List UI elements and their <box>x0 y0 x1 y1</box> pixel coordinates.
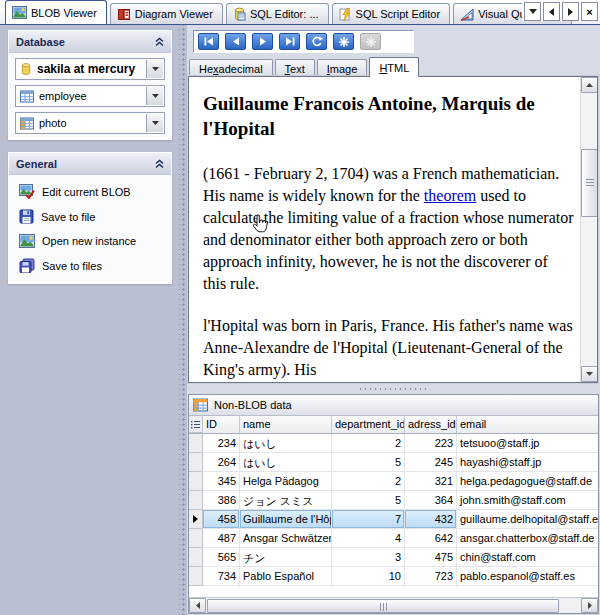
blob-column-select[interactable]: photo <box>15 112 165 134</box>
non-blob-header: Non-BLOB data <box>189 395 598 416</box>
tab-list-dropdown-button[interactable] <box>524 2 541 21</box>
next-record-button[interactable] <box>252 33 273 50</box>
action-label: Save to files <box>42 260 102 272</box>
sidebar-splitter[interactable] <box>179 25 187 615</box>
lightning-icon <box>339 8 352 21</box>
general-panel-header[interactable]: General <box>9 153 171 175</box>
dropdown-arrow-icon[interactable] <box>146 60 163 78</box>
html-preview-pane: Guillaume Francois Antoine, Marquis de l… <box>188 76 598 383</box>
scrollbar-thumb[interactable] <box>581 149 598 217</box>
image-icon <box>19 234 35 248</box>
scroll-down-button[interactable] <box>581 366 598 382</box>
collapse-chevron-icon[interactable] <box>155 159 164 169</box>
table-icon <box>20 90 34 103</box>
pane-splitter[interactable] <box>188 384 599 393</box>
scroll-left-button[interactable] <box>189 598 206 613</box>
collapse-chevron-icon[interactable] <box>155 37 164 47</box>
tab-hexadecimal[interactable]: Hexadecimal <box>189 59 273 77</box>
general-panel: General Edit current BLOB Save to file O… <box>8 152 172 284</box>
image-icon <box>12 6 27 19</box>
table-row[interactable]: 386 ジョン スミス 5 364 john.smith@staff.com <box>189 491 598 510</box>
tab-text[interactable]: Text <box>275 59 315 77</box>
tab-sql-editor[interactable]: SQL Editor: ... <box>226 3 329 24</box>
tab-label: BLOB Viewer <box>31 7 97 19</box>
tab-blob-viewer[interactable]: BLOB Viewer <box>5 0 107 24</box>
theorem-link[interactable]: theorem <box>424 187 476 204</box>
non-blob-data-panel: Non-BLOB data ID name department_id adre… <box>188 394 599 614</box>
tab-label: SQL Script Editor <box>356 8 441 20</box>
save-to-files-action[interactable]: Save to files <box>9 253 171 278</box>
current-row-marker-icon <box>193 515 198 523</box>
insert-record-button[interactable] <box>333 33 354 50</box>
action-label: Open new instance <box>42 235 136 247</box>
table-row[interactable]: 734 Pablo Español 10 723 pablo.espanol@s… <box>189 567 598 586</box>
tab-scroll-controls: × <box>522 2 598 21</box>
tab-diagram-viewer[interactable]: Diagram Viewer <box>110 3 223 24</box>
save-multi-icon <box>19 258 35 273</box>
column-header-name[interactable]: name <box>240 416 332 433</box>
blob-column-value: photo <box>39 117 67 129</box>
column-header-department-id[interactable]: department_id <box>332 416 405 433</box>
database-panel-header[interactable]: Database <box>9 31 171 53</box>
connection-select[interactable]: sakila at mercury <box>15 58 165 80</box>
blob-table-icon <box>193 398 208 412</box>
scroll-right-button[interactable] <box>581 598 598 613</box>
edit-current-blob-action[interactable]: Edit current BLOB <box>9 179 171 204</box>
hand-cursor-icon <box>251 214 268 235</box>
document-paragraph: l'Hopital was born in Paris, France. His… <box>203 315 574 381</box>
dropdown-arrow-icon[interactable] <box>146 87 163 105</box>
last-record-button[interactable] <box>279 33 300 50</box>
tab-scroll-left-button[interactable] <box>543 2 560 21</box>
grid-header-row: ID name department_id adress_id email <box>189 416 598 434</box>
scrollbar-thumb[interactable] <box>207 599 559 613</box>
table-row[interactable]: 487 Ansgar Schwätzer 4 642 ansgar.chatte… <box>189 529 598 548</box>
blob-table-icon <box>20 117 34 130</box>
action-label: Save to file <box>41 211 95 223</box>
tab-image[interactable]: Image <box>317 59 368 77</box>
first-record-button[interactable] <box>198 33 219 50</box>
html-document: Guillaume Francois Antoine, Marquis de l… <box>189 77 579 382</box>
tab-sql-script-editor[interactable]: SQL Script Editor <box>332 3 451 24</box>
window-tab-bar: BLOB Viewer Diagram Viewer SQL Editor: .… <box>0 0 600 25</box>
tab-close-button[interactable]: × <box>581 2 598 21</box>
edit-blob-icon <box>19 184 35 199</box>
database-panel: Database sakila at mercury employee phot… <box>8 30 172 140</box>
tab-label: Diagram Viewer <box>135 8 213 20</box>
dropdown-arrow-icon[interactable] <box>146 114 163 132</box>
document-heading: Guillaume Francois Antoine, Marquis de l… <box>203 91 574 141</box>
panel-title: Database <box>16 36 65 48</box>
row-selector-header[interactable] <box>189 416 203 433</box>
tab-html[interactable]: HTML <box>369 57 419 77</box>
save-icon <box>19 209 34 224</box>
refresh-button[interactable] <box>306 33 327 50</box>
table-row[interactable]: 264 はいし 5 245 hayashi@staff.jp <box>189 453 598 472</box>
close-icon: × <box>586 6 592 18</box>
book-icon <box>117 8 131 21</box>
viewer-format-tabs: Hexadecimal Text Image HTML <box>189 57 421 77</box>
database-icon <box>20 62 32 76</box>
panel-title: General <box>16 158 57 170</box>
column-header-id[interactable]: ID <box>203 416 240 433</box>
non-blob-title: Non-BLOB data <box>214 399 292 411</box>
table-row[interactable]: 345 Helga Pädagog 2 321 helga.pedagogue@… <box>189 472 598 491</box>
table-row[interactable]: 234 はいし 2 223 tetsuoo@staff.jp <box>189 434 598 453</box>
insert-record-button-disabled <box>360 33 381 50</box>
prior-record-button[interactable] <box>225 33 246 50</box>
grid-horizontal-scrollbar[interactable] <box>189 597 598 613</box>
connection-value: sakila at mercury <box>37 62 135 76</box>
tab-label: SQL Editor: ... <box>250 8 319 20</box>
table-select[interactable]: employee <box>15 85 165 107</box>
scroll-up-button[interactable] <box>581 77 598 93</box>
blob-viewer-window: BLOB Viewer Diagram Viewer SQL Editor: .… <box>0 0 600 615</box>
column-header-adress-id[interactable]: adress_id <box>405 416 457 433</box>
blob-navigator-toolbar <box>193 30 414 53</box>
column-header-email[interactable]: email <box>457 416 598 433</box>
tab-scroll-right-button[interactable] <box>562 2 579 21</box>
table-row-selected[interactable]: 458 Guillaume de l'Hôpital 7 432 guillau… <box>189 510 598 529</box>
database-icon <box>233 7 246 21</box>
save-to-file-action[interactable]: Save to file <box>9 204 171 229</box>
open-new-instance-action[interactable]: Open new instance <box>9 229 171 253</box>
ruler-icon <box>460 8 474 21</box>
content-vertical-scrollbar[interactable] <box>580 77 597 382</box>
table-row[interactable]: 565 チン 3 475 chin@staff.com <box>189 548 598 567</box>
